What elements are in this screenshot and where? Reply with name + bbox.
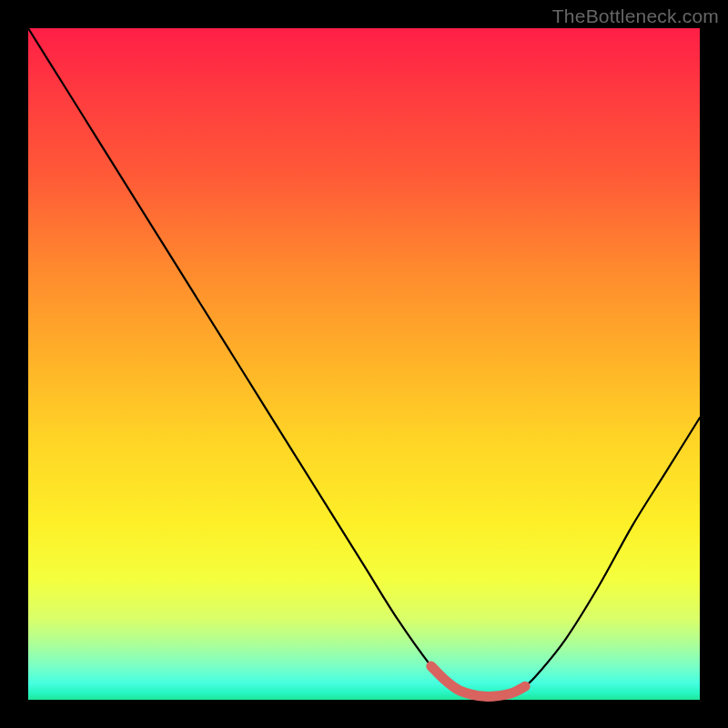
plot-area <box>28 28 700 700</box>
watermark-text: TheBottleneck.com <box>552 5 719 27</box>
optimal-range-highlight <box>431 666 525 696</box>
chart-frame: TheBottleneck.com <box>0 0 728 728</box>
bottleneck-curve-svg <box>28 28 700 700</box>
bottleneck-curve <box>28 28 700 696</box>
